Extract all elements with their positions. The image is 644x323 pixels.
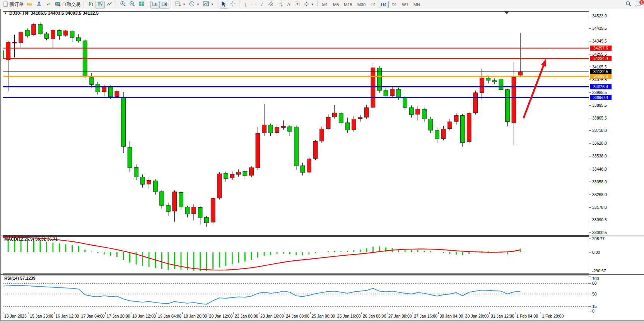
new-chart-button[interactable]: ▼: [173, 1, 187, 9]
auto-scroll-button[interactable]: [150, 1, 160, 9]
toolbar-separator: [239, 1, 240, 8]
text-label-icon: T: [294, 1, 301, 8]
macd-panel[interactable]: [2, 237, 521, 271]
arrows-icon: [304, 1, 309, 8]
svg-text:33985.5: 33985.5: [592, 90, 607, 95]
dropdown-caret-icon: ▼: [211, 3, 214, 6]
chart-annotations[interactable]: [3, 12, 589, 118]
rsi-panel[interactable]: [2, 283, 589, 306]
svg-text:34523.0: 34523.0: [592, 14, 607, 18]
main-chart-plot[interactable]: [0, 22, 523, 227]
dropdown-caret-icon: ▼: [183, 3, 186, 6]
zoom-out-button[interactable]: [128, 1, 137, 9]
crosshair-icon: [230, 1, 236, 8]
svg-text:23 Jan 00:00: 23 Jan 00:00: [235, 314, 258, 318]
template-icon: [203, 1, 209, 8]
trendline-icon: /: [261, 2, 263, 7]
svg-text:33538.0: 33538.0: [592, 154, 607, 158]
dropdown-caret-icon: ▼: [311, 3, 314, 6]
market-button[interactable]: [25, 1, 34, 9]
zoom-in-icon: [120, 1, 126, 8]
svg-text:33268.0: 33268.0: [592, 192, 607, 197]
timeframe-w1[interactable]: W1: [400, 1, 411, 8]
svg-text:20 Jan 12:00: 20 Jan 12:00: [209, 314, 233, 318]
cursor-icon: [221, 1, 227, 8]
period-button[interactable]: ▼: [187, 1, 201, 9]
svg-text:25 Jan 00:00: 25 Jan 00:00: [311, 314, 335, 318]
candlestick-chart-icon: [97, 1, 103, 8]
svg-text:-290.67: -290.67: [592, 268, 606, 273]
svg-text:19 Jan 04:00: 19 Jan 04:00: [158, 314, 181, 318]
timeframe-m30[interactable]: M30: [355, 1, 368, 8]
trendline-button[interactable]: /: [258, 1, 266, 9]
zoom-in-button[interactable]: [118, 1, 128, 9]
community-button[interactable]: [34, 1, 44, 9]
symbol-search-button[interactable]: [624, 1, 633, 9]
svg-text:27 Jan 16:00: 27 Jan 16:00: [414, 314, 437, 318]
bar-chart-icon: [88, 1, 94, 8]
horizontal-line-button[interactable]: —: [250, 1, 258, 9]
time-axis[interactable]: 13 Jan 202315 Jan 23:0016 Jan 12:0017 Ja…: [3, 312, 564, 318]
notifications-button[interactable]: 1: [633, 1, 643, 9]
svg-text:17 Jan 20:00: 17 Jan 20:00: [107, 314, 130, 318]
timeframe-m1[interactable]: M1: [320, 1, 330, 8]
svg-text:33805.5: 33805.5: [592, 116, 607, 120]
svg-text:15 Jan 23:00: 15 Jan 23:00: [30, 314, 53, 318]
svg-text:27 Jan 00:00: 27 Jan 00:00: [388, 314, 412, 318]
window-bottom-edge: [0, 320, 644, 323]
svg-text:0: 0: [592, 309, 594, 313]
svg-text:100: 100: [592, 276, 599, 281]
svg-text:E: E: [272, 4, 273, 7]
market-icon: [27, 1, 33, 8]
horizontal-line-icon: —: [251, 2, 256, 7]
svg-text:24 Jan 08:00: 24 Jan 08:00: [286, 314, 309, 318]
template-button[interactable]: ▼: [201, 1, 215, 9]
new-chart-icon: [175, 1, 181, 8]
vertical-line-icon: |: [245, 2, 246, 7]
panel-borders: [0, 12, 644, 312]
svg-text:80: 80: [592, 281, 597, 285]
chart-canvas[interactable]: 34523.034435.534345.534255.534165.534075…: [0, 0, 644, 323]
autotrading-button[interactable]: 自动交易: [53, 1, 82, 9]
timeframe-h4[interactable]: H4: [379, 1, 389, 8]
timeframe-m5[interactable]: M5: [331, 1, 341, 8]
timeframe-m15[interactable]: M15: [342, 1, 354, 8]
community-icon: [36, 1, 42, 8]
crosshair-button[interactable]: [228, 1, 237, 9]
clock-icon: [189, 1, 195, 8]
new-order-label: 新订单: [10, 1, 24, 8]
svg-text:25 Jan 16:00: 25 Jan 16:00: [337, 314, 361, 318]
auto-scroll-icon: [152, 1, 158, 8]
text-label-button[interactable]: T: [293, 1, 302, 9]
bar-chart-button[interactable]: [86, 1, 96, 9]
fibonacci-button[interactable]: F: [275, 1, 285, 9]
price-axis[interactable]: 34523.034435.534345.534255.534165.534075…: [589, 14, 612, 313]
svg-text:34132.5: 34132.5: [593, 69, 608, 74]
chart-shift-button[interactable]: [160, 1, 169, 9]
svg-text:34165.5: 34165.5: [592, 65, 607, 69]
signals-button[interactable]: [44, 1, 53, 9]
tile-windows-button[interactable]: [137, 1, 146, 9]
chart-dropdown-icon[interactable]: ▼: [4, 12, 7, 15]
svg-text:18 Jan 12:00: 18 Jan 12:00: [132, 314, 156, 318]
line-chart-button[interactable]: [105, 1, 114, 9]
text-button[interactable]: A: [285, 1, 293, 9]
svg-text:33718.0: 33718.0: [592, 128, 607, 133]
svg-text:33178.0: 33178.0: [592, 205, 607, 210]
toolbar-separator: [148, 1, 149, 8]
equidistant-channel-button[interactable]: E: [266, 1, 275, 9]
equidistant-channel-icon: E: [268, 1, 274, 8]
arrows-button[interactable]: ▼: [302, 1, 316, 9]
new-order-button[interactable]: 新订单: [1, 1, 25, 9]
timeframe-mn[interactable]: MN: [411, 1, 422, 8]
candlestick-chart-button[interactable]: [96, 1, 105, 9]
svg-text:34297.6: 34297.6: [593, 46, 608, 50]
toolbar-separator: [217, 1, 218, 8]
svg-text:33448.0: 33448.0: [592, 167, 607, 171]
vertical-line-button[interactable]: |: [242, 1, 250, 9]
timeframe-h1[interactable]: H1: [368, 1, 378, 8]
cursor-button[interactable]: [220, 1, 228, 9]
search-icon: [625, 1, 632, 8]
timeframe-group: M1M5M15M30H1H4D1W1MN: [320, 1, 422, 8]
timeframe-d1[interactable]: D1: [389, 1, 399, 8]
